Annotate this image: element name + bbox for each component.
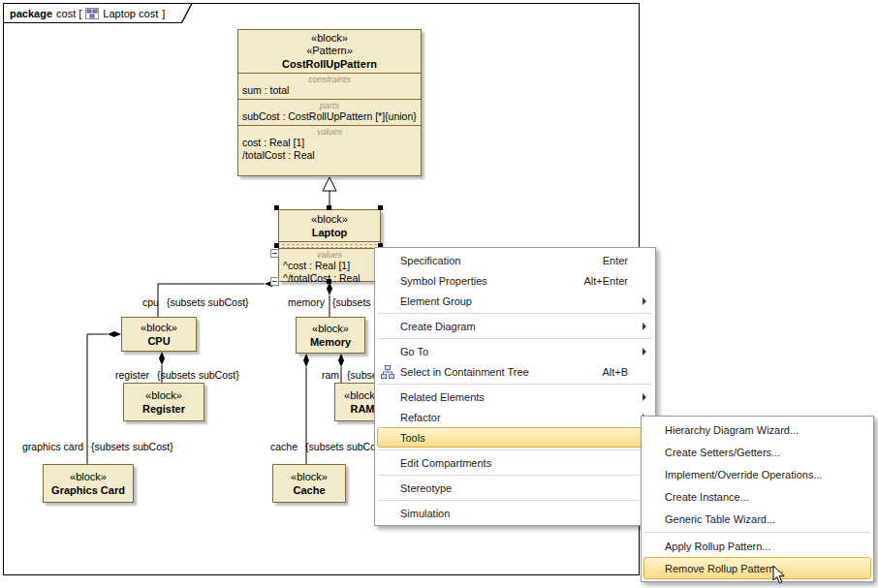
submenu-arrow-icon <box>643 348 646 356</box>
menu-item-create-diagram[interactable]: Create Diagram <box>375 316 655 336</box>
diagram-header-tab[interactable]: package cost [ Laptop cost ] <box>3 3 193 23</box>
block-register[interactable]: «block» Register <box>123 383 204 421</box>
value-entry: ^cost : Real [1] <box>279 260 380 272</box>
submenu-arrow-icon <box>643 393 646 401</box>
collapse-icon[interactable] <box>270 277 279 286</box>
suppressed-compartment <box>279 241 380 248</box>
edge-label-register[interactable]: register{subsets subCost} <box>115 369 239 381</box>
edge-label-graphics-card[interactable]: graphics card{subsets subCost} <box>22 441 173 452</box>
stereotype-label: «block» <box>122 322 196 334</box>
block-name: CPU <box>122 334 196 349</box>
block-name: Memory <box>297 335 364 350</box>
stereotype-label: «block» <box>297 323 364 335</box>
menu-item-generic-table-wizard[interactable]: Generic Table Wizard... <box>642 508 873 530</box>
menu-item-remove-rollup-pattern[interactable]: Remove Rollup Pattern... <box>642 557 873 579</box>
menu-item-refactor[interactable]: Refactor <box>375 407 655 427</box>
resize-handle[interactable] <box>327 205 331 210</box>
part-entry: subCost : CostRollUpPattern [*]{union} <box>238 110 421 123</box>
collapse-icon[interactable] <box>270 249 279 258</box>
submenu-arrow-icon <box>643 297 646 305</box>
menu-separator <box>378 475 652 476</box>
menu-item-related-elements[interactable]: Related Elements <box>375 387 655 407</box>
menu-item-edit-compartments[interactable]: Edit Compartments <box>375 452 655 473</box>
resize-handle[interactable] <box>274 243 279 248</box>
value-entry: cost : Real [1] <box>238 137 421 149</box>
menu-item-select-in-containment-tree[interactable]: Select in Containment Tree Alt+B <box>375 361 655 382</box>
block-cpu[interactable]: «block» CPU <box>121 317 197 352</box>
edge-label-cpu[interactable]: cpu{subsets subCost} <box>142 296 249 308</box>
resize-handle[interactable] <box>274 205 279 210</box>
block-name: Cache <box>273 483 345 498</box>
mouse-cursor-icon <box>772 565 786 585</box>
menu-item-go-to[interactable]: Go To <box>375 341 655 361</box>
menu-item-create-instance[interactable]: Create Instance... <box>642 485 873 508</box>
tools-submenu: Hierarchy Diagram Wizard... Create Sette… <box>641 416 874 582</box>
menu-separator <box>378 384 652 385</box>
context-menu: Specification Enter Symbol Properties Al… <box>374 247 656 526</box>
diagram-icon <box>85 8 99 19</box>
menu-item-implement-override-operations[interactable]: Implement/Override Operations... <box>642 463 873 485</box>
block-name: Register <box>124 402 204 417</box>
menu-item-simulation[interactable]: Simulation <box>375 503 655 523</box>
block-laptop[interactable]: «block» Laptop values ^cost : Real [1] ^… <box>278 209 381 282</box>
stereotype-label: «block» <box>281 213 378 226</box>
edge-label-cache[interactable]: cache{subsets subCost} <box>270 441 388 452</box>
block-costrolluppattern[interactable]: «block» «Pattern» CostRollUpPattern cons… <box>237 29 422 176</box>
block-name: CostRollUpPattern <box>240 57 419 72</box>
menu-item-symbol-properties[interactable]: Symbol Properties Alt+Enter <box>375 270 655 291</box>
menu-item-apply-rollup-pattern[interactable]: Apply Rollup Pattern... <box>642 535 873 557</box>
block-name: Graphics Card <box>44 483 133 498</box>
menu-item-stereotype[interactable]: Stereotype <box>375 478 655 498</box>
menu-separator <box>378 500 652 501</box>
menu-item-hierarchy-diagram-wizard[interactable]: Hierarchy Diagram Wizard... <box>642 418 873 441</box>
stereotype-label: «block» <box>240 32 419 45</box>
compartment-label: values <box>279 250 380 260</box>
stereotype-label: «Pattern» <box>240 45 419 57</box>
menu-separator <box>378 449 652 450</box>
diagram-context-label: cost [ <box>56 8 81 19</box>
block-cache[interactable]: «block» Cache <box>272 464 346 503</box>
stereotype-label: «block» <box>44 471 133 483</box>
resize-handle[interactable] <box>327 279 331 284</box>
diagram-title-close-bracket: ] <box>162 8 165 19</box>
diagram-canvas: package cost [ Laptop cost ] <box>0 0 878 588</box>
compartment-label: values <box>238 127 421 137</box>
block-memory[interactable]: «block» Memory <box>296 317 365 354</box>
compartment-label: parts <box>238 101 421 110</box>
block-graphics-card[interactable]: «block» Graphics Card <box>43 464 134 503</box>
menu-separator <box>644 532 870 533</box>
menu-item-element-group[interactable]: Element Group <box>375 291 655 311</box>
resize-handle[interactable] <box>378 205 383 210</box>
diagram-title-label: Laptop cost <box>103 8 158 19</box>
stereotype-label: «block» <box>273 471 345 483</box>
submenu-arrow-icon <box>643 323 646 330</box>
block-name: Laptop <box>281 226 378 240</box>
containment-tree-icon <box>381 365 394 379</box>
constraint-entry: sum : total <box>238 84 421 97</box>
stereotype-label: «block» <box>124 389 204 402</box>
menu-item-specification[interactable]: Specification Enter <box>375 250 655 270</box>
menu-separator <box>378 313 652 314</box>
value-entry: /totalCost : Real <box>238 149 421 162</box>
menu-item-create-setters-getters[interactable]: Create Setters/Getters... <box>642 441 873 463</box>
compartment-label: constraints <box>238 75 421 84</box>
menu-separator <box>378 338 652 339</box>
menu-item-tools[interactable]: Tools <box>375 427 655 448</box>
diagram-kind-label: package <box>10 8 52 19</box>
